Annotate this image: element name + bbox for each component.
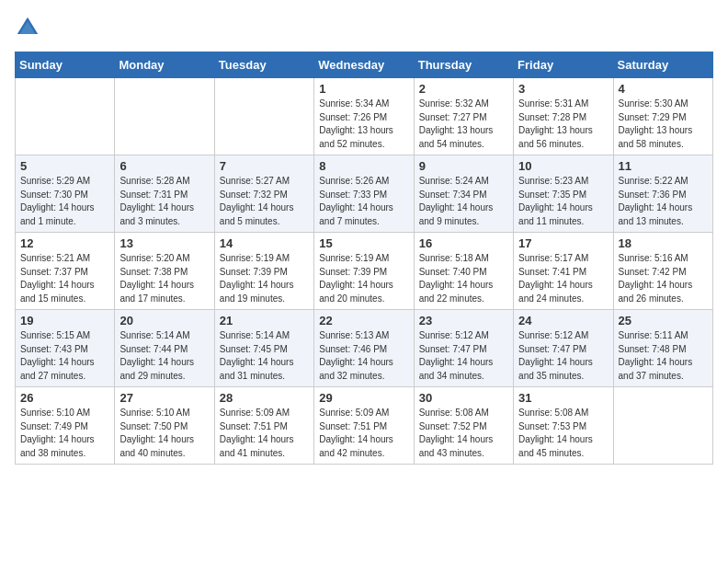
daylight-text: Daylight: 14 hours and 37 minutes. bbox=[619, 356, 708, 383]
sunset-text: Sunset: 7:47 PM bbox=[518, 343, 608, 357]
day-info: Sunrise: 5:20 AMSunset: 7:38 PMDaylight:… bbox=[119, 252, 209, 305]
calendar-day-cell: 10Sunrise: 5:23 AMSunset: 7:35 PMDayligh… bbox=[514, 155, 613, 233]
daylight-text: Daylight: 14 hours and 42 minutes. bbox=[319, 433, 408, 460]
day-number: 16 bbox=[419, 236, 508, 250]
calendar-day-cell: 12Sunrise: 5:21 AMSunset: 7:37 PMDayligh… bbox=[16, 233, 115, 310]
calendar-day-cell: 25Sunrise: 5:11 AMSunset: 7:48 PMDayligh… bbox=[613, 310, 712, 387]
day-number: 26 bbox=[20, 391, 109, 405]
sunrise-text: Sunrise: 5:34 AM bbox=[319, 98, 408, 111]
sunset-text: Sunset: 7:29 PM bbox=[619, 111, 708, 125]
calendar-week-row: 12Sunrise: 5:21 AMSunset: 7:37 PMDayligh… bbox=[16, 233, 713, 310]
daylight-text: Daylight: 14 hours and 7 minutes. bbox=[319, 201, 408, 228]
day-number: 3 bbox=[518, 82, 608, 96]
sunset-text: Sunset: 7:52 PM bbox=[419, 420, 508, 434]
sunset-text: Sunset: 7:43 PM bbox=[20, 343, 109, 357]
logo-icon bbox=[15, 15, 40, 40]
calendar-day-cell: 22Sunrise: 5:13 AMSunset: 7:46 PMDayligh… bbox=[314, 310, 414, 387]
day-info: Sunrise: 5:13 AMSunset: 7:46 PMDaylight:… bbox=[319, 329, 408, 383]
calendar-day-cell: 29Sunrise: 5:09 AMSunset: 7:51 PMDayligh… bbox=[314, 387, 414, 465]
sunset-text: Sunset: 7:47 PM bbox=[419, 343, 508, 357]
calendar-day-cell: 31Sunrise: 5:08 AMSunset: 7:53 PMDayligh… bbox=[514, 387, 613, 465]
daylight-text: Daylight: 14 hours and 13 minutes. bbox=[619, 201, 708, 228]
sunrise-text: Sunrise: 5:31 AM bbox=[518, 98, 608, 111]
day-info: Sunrise: 5:12 AMSunset: 7:47 PMDaylight:… bbox=[518, 329, 608, 383]
sunrise-text: Sunrise: 5:11 AM bbox=[619, 329, 708, 343]
day-info: Sunrise: 5:34 AMSunset: 7:26 PMDaylight:… bbox=[319, 98, 408, 151]
sunset-text: Sunset: 7:51 PM bbox=[220, 420, 309, 434]
day-number: 12 bbox=[20, 236, 109, 250]
sunrise-text: Sunrise: 5:08 AM bbox=[518, 407, 608, 420]
day-number: 29 bbox=[319, 391, 408, 405]
sunrise-text: Sunrise: 5:10 AM bbox=[119, 407, 209, 420]
sunset-text: Sunset: 7:44 PM bbox=[119, 343, 209, 357]
day-info: Sunrise: 5:08 AMSunset: 7:53 PMDaylight:… bbox=[518, 407, 608, 460]
calendar-week-row: 5Sunrise: 5:29 AMSunset: 7:30 PMDaylight… bbox=[16, 155, 713, 233]
day-number: 13 bbox=[119, 236, 209, 250]
sunrise-text: Sunrise: 5:22 AM bbox=[619, 175, 708, 189]
sunrise-text: Sunrise: 5:29 AM bbox=[20, 175, 109, 189]
calendar-day-cell: 16Sunrise: 5:18 AMSunset: 7:40 PMDayligh… bbox=[414, 233, 513, 310]
daylight-text: Daylight: 14 hours and 27 minutes. bbox=[20, 356, 109, 383]
calendar-day-cell bbox=[16, 78, 115, 155]
sunset-text: Sunset: 7:28 PM bbox=[518, 111, 608, 125]
day-info: Sunrise: 5:30 AMSunset: 7:29 PMDaylight:… bbox=[619, 98, 708, 151]
calendar-day-cell: 19Sunrise: 5:15 AMSunset: 7:43 PMDayligh… bbox=[16, 310, 115, 387]
day-number: 7 bbox=[220, 159, 309, 173]
day-number: 4 bbox=[619, 82, 708, 96]
sunset-text: Sunset: 7:27 PM bbox=[419, 111, 508, 125]
weekday-header-wednesday: Wednesday bbox=[314, 52, 414, 78]
sunset-text: Sunset: 7:32 PM bbox=[220, 189, 309, 202]
sunrise-text: Sunrise: 5:28 AM bbox=[119, 175, 209, 189]
calendar-day-cell: 2Sunrise: 5:32 AMSunset: 7:27 PMDaylight… bbox=[414, 78, 513, 155]
weekday-header-monday: Monday bbox=[115, 52, 214, 78]
calendar-day-cell: 17Sunrise: 5:17 AMSunset: 7:41 PMDayligh… bbox=[514, 233, 613, 310]
calendar-day-cell bbox=[115, 78, 214, 155]
sunset-text: Sunset: 7:35 PM bbox=[518, 189, 608, 202]
day-number: 9 bbox=[419, 159, 508, 173]
calendar-day-cell: 7Sunrise: 5:27 AMSunset: 7:32 PMDaylight… bbox=[214, 155, 313, 233]
daylight-text: Daylight: 14 hours and 43 minutes. bbox=[419, 433, 508, 460]
sunrise-text: Sunrise: 5:19 AM bbox=[220, 252, 309, 266]
day-number: 17 bbox=[518, 236, 608, 250]
day-number: 5 bbox=[20, 159, 109, 173]
sunset-text: Sunset: 7:45 PM bbox=[220, 343, 309, 357]
calendar-day-cell: 13Sunrise: 5:20 AMSunset: 7:38 PMDayligh… bbox=[115, 233, 214, 310]
daylight-text: Daylight: 14 hours and 5 minutes. bbox=[220, 201, 309, 228]
day-info: Sunrise: 5:23 AMSunset: 7:35 PMDaylight:… bbox=[518, 175, 608, 228]
sunset-text: Sunset: 7:37 PM bbox=[20, 266, 109, 280]
day-info: Sunrise: 5:10 AMSunset: 7:49 PMDaylight:… bbox=[20, 407, 109, 460]
daylight-text: Daylight: 14 hours and 1 minute. bbox=[20, 201, 109, 228]
sunrise-text: Sunrise: 5:19 AM bbox=[319, 252, 408, 266]
day-number: 24 bbox=[518, 314, 608, 327]
sunrise-text: Sunrise: 5:30 AM bbox=[619, 98, 708, 111]
day-number: 6 bbox=[119, 159, 209, 173]
day-info: Sunrise: 5:31 AMSunset: 7:28 PMDaylight:… bbox=[518, 98, 608, 151]
daylight-text: Daylight: 14 hours and 32 minutes. bbox=[319, 356, 408, 383]
day-info: Sunrise: 5:21 AMSunset: 7:37 PMDaylight:… bbox=[20, 252, 109, 305]
calendar-day-cell: 14Sunrise: 5:19 AMSunset: 7:39 PMDayligh… bbox=[214, 233, 313, 310]
calendar-day-cell: 27Sunrise: 5:10 AMSunset: 7:50 PMDayligh… bbox=[115, 387, 214, 465]
calendar-day-cell: 23Sunrise: 5:12 AMSunset: 7:47 PMDayligh… bbox=[414, 310, 513, 387]
sunrise-text: Sunrise: 5:09 AM bbox=[319, 407, 408, 420]
day-number: 14 bbox=[220, 236, 309, 250]
daylight-text: Daylight: 14 hours and 34 minutes. bbox=[419, 356, 508, 383]
day-info: Sunrise: 5:15 AMSunset: 7:43 PMDaylight:… bbox=[20, 329, 109, 383]
sunrise-text: Sunrise: 5:16 AM bbox=[619, 252, 708, 266]
day-info: Sunrise: 5:14 AMSunset: 7:44 PMDaylight:… bbox=[119, 329, 209, 383]
daylight-text: Daylight: 14 hours and 9 minutes. bbox=[419, 201, 508, 228]
day-number: 27 bbox=[119, 391, 209, 405]
daylight-text: Daylight: 14 hours and 26 minutes. bbox=[619, 279, 708, 305]
day-number: 15 bbox=[319, 236, 408, 250]
calendar-day-cell: 15Sunrise: 5:19 AMSunset: 7:39 PMDayligh… bbox=[314, 233, 414, 310]
sunrise-text: Sunrise: 5:18 AM bbox=[419, 252, 508, 266]
day-info: Sunrise: 5:17 AMSunset: 7:41 PMDaylight:… bbox=[518, 252, 608, 305]
daylight-text: Daylight: 13 hours and 58 minutes. bbox=[619, 124, 708, 151]
day-info: Sunrise: 5:18 AMSunset: 7:40 PMDaylight:… bbox=[419, 252, 508, 305]
sunrise-text: Sunrise: 5:15 AM bbox=[20, 329, 109, 343]
sunset-text: Sunset: 7:34 PM bbox=[419, 189, 508, 202]
calendar-day-cell bbox=[613, 387, 712, 465]
daylight-text: Daylight: 14 hours and 31 minutes. bbox=[220, 356, 309, 383]
daylight-text: Daylight: 14 hours and 11 minutes. bbox=[518, 201, 608, 228]
daylight-text: Daylight: 14 hours and 38 minutes. bbox=[20, 433, 109, 460]
day-info: Sunrise: 5:26 AMSunset: 7:33 PMDaylight:… bbox=[319, 175, 408, 228]
